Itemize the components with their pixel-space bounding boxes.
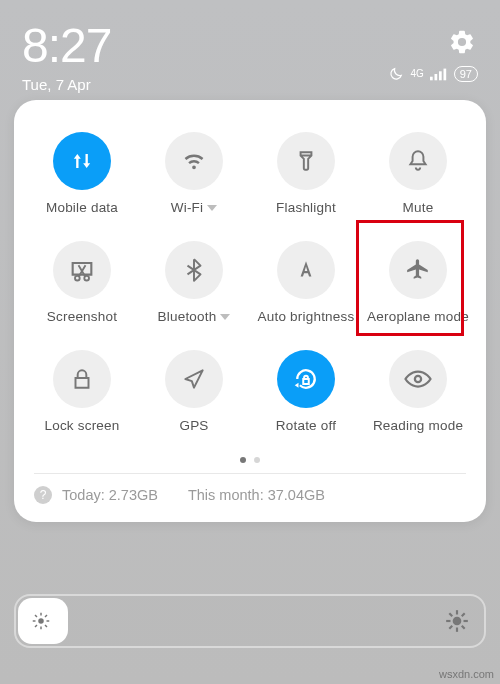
svg-rect-3 (443, 69, 446, 81)
airplane-icon (389, 241, 447, 299)
clock-time: 8:27 (22, 22, 111, 70)
tile-label: Screenshot (47, 309, 117, 324)
tile-label: Reading mode (373, 418, 463, 433)
dnd-moon-icon (388, 66, 404, 82)
tile-label: Wi-Fi (171, 200, 217, 215)
quick-settings-grid: Mobile data Wi-Fi Flashlight Mute (26, 124, 474, 451)
tile-label: Rotate off (276, 418, 336, 433)
settings-button[interactable] (448, 28, 476, 60)
svg-rect-0 (430, 77, 433, 81)
month-label: This month: (188, 487, 264, 503)
clock-date: Tue, 7 Apr (22, 76, 111, 93)
gear-icon (448, 28, 476, 56)
page-dot-1 (240, 457, 246, 463)
location-arrow-icon (165, 350, 223, 408)
svg-point-7 (38, 618, 44, 624)
svg-rect-1 (434, 74, 437, 80)
tile-screenshot[interactable]: Screenshot (26, 233, 138, 342)
tile-gps[interactable]: GPS (138, 342, 250, 451)
tile-label: GPS (179, 418, 208, 433)
auto-brightness-icon (277, 241, 335, 299)
tile-mute[interactable]: Mute (362, 124, 474, 233)
brightness-low-icon (30, 610, 52, 632)
network-type-label: 4G (410, 69, 423, 79)
tile-lock-screen[interactable]: Lock screen (26, 342, 138, 451)
battery-pill: 97 (454, 66, 478, 82)
expand-icon (207, 205, 217, 211)
status-indicators: 4G 97 (388, 66, 478, 82)
bell-icon (389, 132, 447, 190)
svg-rect-2 (439, 71, 442, 80)
signal-icon (430, 67, 448, 81)
battery-text: 97 (460, 67, 472, 81)
tile-reading-mode[interactable]: Reading mode (362, 342, 474, 451)
tile-bluetooth[interactable]: Bluetooth (138, 233, 250, 342)
lock-icon (53, 350, 111, 408)
tile-label: Lock screen (45, 418, 120, 433)
rotate-lock-icon (277, 350, 335, 408)
today-label: Today: (62, 487, 105, 503)
svg-point-6 (415, 376, 421, 382)
tile-label: Mobile data (46, 200, 118, 215)
svg-line-23 (449, 626, 452, 629)
data-usage-row[interactable]: ? Today: 2.73GB This month: 37.04GB (26, 474, 474, 514)
clock-area: 8:27 Tue, 7 Apr (22, 22, 111, 93)
svg-line-15 (45, 615, 47, 617)
wifi-icon (165, 132, 223, 190)
bluetooth-icon (165, 241, 223, 299)
svg-point-16 (453, 617, 462, 626)
svg-line-24 (462, 613, 465, 616)
quick-settings-panel: Mobile data Wi-Fi Flashlight Mute (14, 100, 486, 522)
tile-auto-brightness[interactable]: Auto brightness (250, 233, 362, 342)
status-bar: 8:27 Tue, 7 Apr (22, 22, 478, 93)
flashlight-icon (277, 132, 335, 190)
svg-line-12 (35, 615, 37, 617)
tile-aeroplane-mode[interactable]: Aeroplane mode (362, 233, 474, 342)
month-value: 37.04GB (268, 487, 325, 503)
tile-mobile-data[interactable]: Mobile data (26, 124, 138, 233)
svg-line-21 (449, 613, 452, 616)
mobile-data-icon (53, 132, 111, 190)
tile-label: Aeroplane mode (367, 309, 469, 324)
svg-line-13 (45, 625, 47, 627)
screenshot-icon (53, 241, 111, 299)
svg-line-22 (462, 626, 465, 629)
brightness-slider[interactable] (14, 594, 486, 648)
tile-flashlight[interactable]: Flashlight (250, 124, 362, 233)
page-dot-2 (254, 457, 260, 463)
expand-icon (220, 314, 230, 320)
tile-label: Mute (403, 200, 434, 215)
today-value: 2.73GB (109, 487, 158, 503)
brightness-high-icon (444, 608, 470, 634)
svg-line-14 (35, 625, 37, 627)
eye-icon (389, 350, 447, 408)
watermark: wsxdn.com (439, 668, 494, 680)
page-indicator[interactable] (26, 457, 474, 463)
tile-rotate-off[interactable]: Rotate off (250, 342, 362, 451)
tile-label: Auto brightness (258, 309, 355, 324)
info-icon: ? (34, 486, 52, 504)
tile-wifi[interactable]: Wi-Fi (138, 124, 250, 233)
tile-label: Bluetooth (158, 309, 231, 324)
tile-label: Flashlight (276, 200, 336, 215)
screen-root: 8:27 Tue, 7 Apr 4G 97 Mobile data (0, 0, 500, 684)
